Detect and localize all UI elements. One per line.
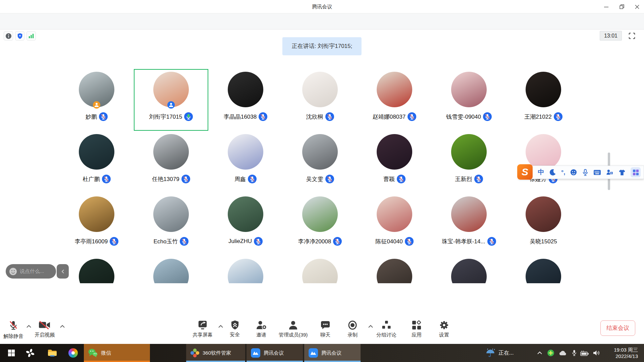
tray-expand-icon[interactable] (535, 344, 545, 362)
toolbox-icon[interactable] (631, 167, 641, 177)
security-shield-button[interactable] (15, 31, 24, 41)
mic-muted-badge-icon[interactable] (259, 112, 267, 121)
chevron-up-icon[interactable] (60, 325, 65, 328)
fullscreen-button[interactable] (627, 31, 637, 41)
battery-icon[interactable] (580, 344, 590, 362)
control-settings[interactable]: 设置 (424, 320, 464, 338)
participant-tile[interactable] (506, 256, 581, 283)
apps-icon (412, 320, 422, 330)
mic-muted-badge-icon[interactable] (325, 112, 334, 121)
participant-tile[interactable] (59, 256, 134, 283)
mic-muted-badge-icon[interactable] (181, 175, 190, 183)
participant-name-row: 李亭雨16009 (59, 237, 134, 246)
participant-tile[interactable]: 王潮21022 (506, 69, 581, 131)
participant-tile[interactable]: 王新烈 (432, 131, 506, 193)
mic-muted-badge-icon[interactable] (180, 237, 189, 246)
participant-tile[interactable]: 钱雪雯-09040 (432, 69, 506, 131)
participant-tile[interactable]: 刘衔宇17015 (134, 69, 208, 131)
restore-button[interactable] (614, 0, 629, 13)
control-label: 安全 (230, 331, 240, 338)
participant-tile[interactable]: 任艳13079 (134, 131, 208, 193)
taskbar-clock[interactable]: 19:03 周三 2022/4/13 (614, 347, 638, 359)
participant-tile[interactable] (134, 256, 208, 283)
chat-input[interactable]: 说点什么... (6, 264, 56, 279)
participant-tile[interactable]: 赵靖娜08037 (357, 69, 432, 131)
emoji-input-icon[interactable] (570, 169, 577, 176)
mic-muted-badge-icon[interactable] (325, 175, 334, 183)
sogou-taskbar-icon[interactable] (24, 344, 36, 362)
taskbar-app-2[interactable]: 腾讯会议 (247, 344, 303, 362)
network-quality-button[interactable] (26, 31, 36, 41)
participant-tile[interactable]: 李亭雨16009 (59, 194, 134, 255)
emoji-smiley-icon[interactable] (9, 267, 17, 276)
mic-active-badge-icon[interactable] (184, 112, 193, 121)
weather-widget[interactable]: 正在... (486, 344, 514, 362)
halfwidth-moon-icon[interactable] (549, 169, 556, 176)
taskbar-app-0[interactable]: 微信 (84, 344, 150, 362)
close-button[interactable] (630, 0, 644, 13)
participant-tile[interactable]: JulieZHU (208, 194, 283, 255)
participant-tile[interactable] (283, 256, 357, 283)
control-label: 邀请 (256, 332, 266, 338)
mic-muted-badge-icon[interactable] (483, 112, 492, 121)
virtual-keyboard-icon[interactable] (593, 170, 601, 175)
umbrella-rain-icon (486, 348, 495, 358)
file-explorer-icon[interactable] (46, 344, 58, 362)
participant-tile[interactable] (357, 256, 432, 283)
end-meeting-button[interactable]: 结束会议 (600, 320, 635, 336)
participant-tile[interactable] (432, 256, 506, 283)
onedrive-icon[interactable] (557, 344, 568, 362)
mic-muted-badge-icon[interactable] (333, 237, 342, 246)
browser-icon[interactable] (67, 344, 79, 362)
participant-avatar (79, 134, 114, 170)
skin-profile-icon[interactable] (606, 169, 613, 176)
mic-muted-badge-icon[interactable] (254, 237, 263, 246)
mic-muted-badge-icon[interactable] (405, 237, 414, 246)
taskbar-app-1[interactable]: 360软件管家 (186, 344, 245, 362)
mic-muted-badge-icon[interactable] (554, 112, 562, 121)
mic-muted-badge-icon[interactable] (248, 175, 257, 183)
camera-off-icon (39, 320, 51, 330)
mic-muted-badge-icon[interactable] (397, 175, 406, 183)
voice-input-icon[interactable] (582, 169, 588, 176)
chinese-mode-icon[interactable]: 中 (538, 168, 544, 177)
taskbar-app-3[interactable]: 腾讯会议 (304, 344, 361, 362)
mic-muted-badge-icon[interactable] (110, 237, 118, 246)
participant-tile[interactable]: 曹颖 (357, 131, 432, 193)
participant-tile[interactable]: 珠宝-韩孝朕-14... (432, 194, 506, 255)
wechat-icon (88, 348, 98, 358)
mic-muted-badge-icon[interactable] (474, 175, 483, 183)
participant-avatar (228, 259, 263, 283)
participant-tile[interactable]: 徐娅分 (506, 131, 581, 193)
participant-tile[interactable]: 李晶晶16038 (208, 69, 283, 131)
participant-tile[interactable]: 周鑫 (208, 131, 283, 193)
meeting-info-button[interactable] (4, 31, 13, 41)
mic-muted-badge-icon[interactable] (99, 112, 108, 121)
chat-collapse-button[interactable] (57, 264, 69, 279)
participant-tile[interactable]: 陈征04040 (357, 194, 432, 255)
participant-tile[interactable]: Echo玉竹 (134, 194, 208, 255)
participant-tile[interactable]: 杜广鹏 (59, 131, 134, 193)
participant-tile[interactable]: 沈欣桐 (283, 69, 357, 131)
control-label: 共享屏幕 (193, 332, 213, 338)
participant-name: 吴晓15025 (530, 238, 557, 245)
participant-tile[interactable]: 李净净20008 (283, 194, 357, 255)
participant-tile[interactable] (208, 256, 283, 283)
punctuation-icon[interactable]: °, (561, 169, 565, 176)
taskbar-app-underline (247, 361, 303, 362)
participant-tile[interactable]: 吴晓15025 (506, 194, 581, 255)
tray-mic-icon[interactable] (569, 344, 579, 362)
volume-icon[interactable] (592, 344, 602, 362)
mic-muted-badge-icon[interactable] (102, 175, 111, 183)
mic-muted-icon (8, 320, 19, 331)
participant-tile[interactable]: 妙鹏 (59, 69, 134, 131)
mic-muted-badge-icon[interactable] (487, 237, 496, 246)
start-button[interactable] (4, 344, 19, 362)
skin-clothes-icon[interactable] (619, 169, 626, 176)
mic-muted-badge-icon[interactable] (408, 112, 416, 121)
participant-tile[interactable]: 吴文雯 (283, 131, 357, 193)
control-camera-off[interactable]: 开启视频 (24, 320, 65, 338)
safety-360-icon[interactable] (546, 344, 556, 362)
minimize-button[interactable] (599, 0, 614, 13)
sogou-logo-icon[interactable]: S (517, 164, 533, 180)
